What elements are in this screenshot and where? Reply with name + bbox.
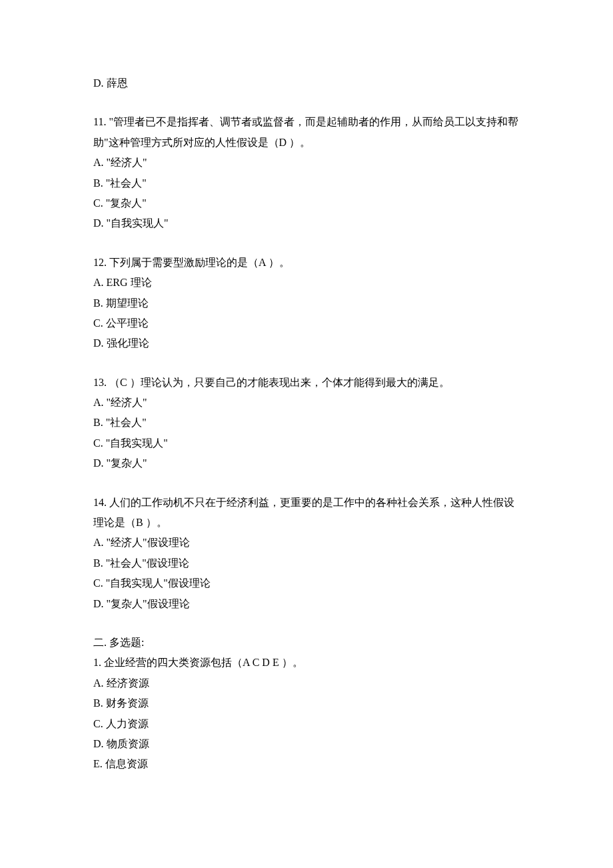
- text-line: 12. 下列属于需要型激励理论的是（A ）。: [93, 253, 520, 273]
- text-line: 二. 多选题:: [93, 633, 520, 653]
- text-line: D. "复杂人": [93, 453, 520, 473]
- text-line: 11. "管理者已不是指挥者、调节者或监督者，而是起辅助者的作用，从而给员工以支…: [93, 112, 520, 153]
- text-line: A. "经济人": [93, 153, 520, 173]
- text-line: B. "社会人": [93, 173, 520, 193]
- document-content: D. 薛恩11. "管理者已不是指挥者、调节者或监督者，而是起辅助者的作用，从而…: [93, 73, 520, 775]
- text-line: D. "自我实现人": [93, 213, 520, 233]
- text-line: B. "社会人"假设理论: [93, 553, 520, 573]
- text-line: D. 物质资源: [93, 734, 520, 754]
- text-block: 13. （C ）理论认为，只要自己的才能表现出来，个体才能得到最大的满足。A. …: [93, 373, 520, 474]
- text-line: 14. 人们的工作动机不只在于经济利益，更重要的是工作中的各种社会关系，这种人性…: [93, 493, 520, 533]
- text-line: A. "经济人": [93, 393, 520, 413]
- text-line: 13. （C ）理论认为，只要自己的才能表现出来，个体才能得到最大的满足。: [93, 373, 520, 393]
- text-line: E. 信息资源: [93, 754, 520, 774]
- text-line: C. "自我实现人"假设理论: [93, 573, 520, 593]
- text-line: D. 强化理论: [93, 333, 520, 353]
- text-line: C. 人力资源: [93, 714, 520, 734]
- text-line: A. ERG 理论: [93, 273, 520, 293]
- text-line: A. 经济资源: [93, 673, 520, 693]
- text-line: B. 期望理论: [93, 293, 520, 313]
- text-block: 11. "管理者已不是指挥者、调节者或监督者，而是起辅助者的作用，从而给员工以支…: [93, 112, 520, 233]
- text-block: 二. 多选题:1. 企业经营的四大类资源包括（A C D E ）。A. 经济资源…: [93, 633, 520, 775]
- text-block: 14. 人们的工作动机不只在于经济利益，更重要的是工作中的各种社会关系，这种人性…: [93, 493, 520, 614]
- text-line: C. "自我实现人": [93, 433, 520, 453]
- text-line: C. "复杂人": [93, 193, 520, 213]
- text-line: A. "经济人"假设理论: [93, 533, 520, 553]
- text-line: C. 公平理论: [93, 313, 520, 333]
- text-line: D. "复杂人"假设理论: [93, 594, 520, 614]
- text-line: B. 财务资源: [93, 693, 520, 713]
- text-block: D. 薛恩: [93, 73, 520, 93]
- text-line: 1. 企业经营的四大类资源包括（A C D E ）。: [93, 653, 520, 673]
- text-line: D. 薛恩: [93, 73, 520, 93]
- text-block: 12. 下列属于需要型激励理论的是（A ）。A. ERG 理论B. 期望理论C.…: [93, 253, 520, 354]
- text-line: B. "社会人": [93, 413, 520, 433]
